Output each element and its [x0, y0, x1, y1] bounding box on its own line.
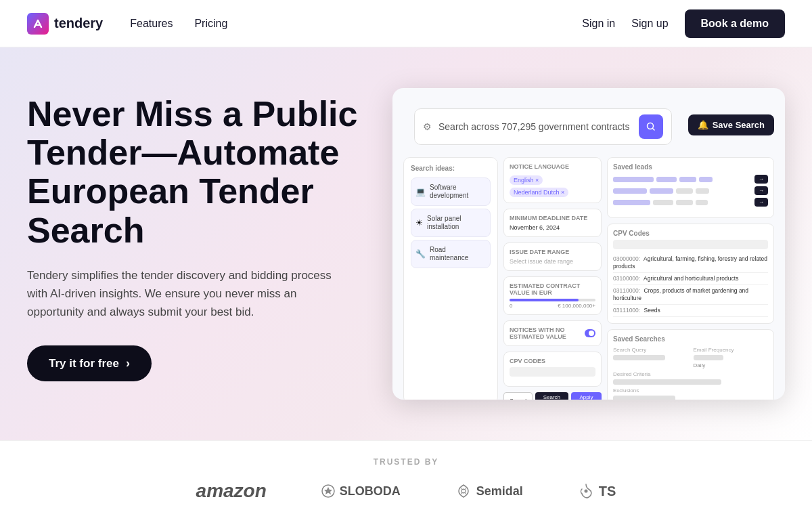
lead-bar	[696, 188, 709, 194]
hero-right: ⚙ Search across 707,295 government contr…	[392, 88, 785, 413]
cpv-search-bar[interactable]	[510, 367, 595, 377]
idea-item-2[interactable]: 🔧 Road maintenance	[411, 240, 491, 268]
cpv-item-3: 03111000: Seeds	[613, 305, 768, 317]
estimated-value-filter: Estimated contract value in EUR 0 € 100,…	[503, 276, 602, 315]
idea-item-0[interactable]: 💻 Software development	[411, 177, 491, 206]
road-icon: 🔧	[415, 249, 426, 259]
panel-saved-searches: Saved Searches Search Query Email Freque…	[607, 329, 774, 400]
logo-icon	[27, 13, 49, 35]
hero-section: Never Miss a Public Tender—Automate Euro…	[0, 47, 812, 440]
cpv-filter: CPV Codes	[503, 352, 602, 387]
navbar: tendery Features Pricing Sign in Sign up…	[0, 0, 812, 47]
sloboda-logo: SLOBODA	[321, 484, 401, 499]
range-fill	[510, 299, 579, 301]
cancel-filter-button[interactable]: Cancel	[503, 392, 533, 400]
lead-bar	[613, 188, 647, 194]
lead-row-2: →	[613, 198, 768, 207]
ss-query-col: Search Query	[613, 347, 688, 368]
bell-icon: 🔔	[698, 120, 708, 130]
search-filter-button[interactable]: Search filters	[535, 392, 568, 400]
nav-pricing[interactable]: Pricing	[194, 18, 227, 30]
lead-bar	[699, 177, 713, 182]
lead-bar	[656, 177, 677, 182]
trusted-label: TRUSTED BY	[27, 457, 785, 467]
logo-text: tendery	[54, 16, 103, 31]
ts-name: TS	[599, 484, 616, 499]
ss-fields-row: Search Query Email Frequency Daily	[613, 347, 768, 368]
sloboda-icon	[321, 484, 336, 499]
lead-action-btn-2[interactable]: →	[754, 198, 768, 207]
no-estimate-toggle[interactable]	[585, 329, 595, 337]
idea-item-1[interactable]: ☀ Solar panel installation	[411, 209, 491, 237]
search-submit-button[interactable]	[639, 114, 663, 139]
ss-freq-col: Email Frequency Daily	[694, 347, 769, 368]
lead-row-1: →	[613, 186, 768, 195]
apply-filters-button[interactable]: Apply filters	[571, 392, 602, 400]
lead-bar	[679, 177, 696, 182]
no-estimate-label: Notices with no estimated value	[510, 326, 585, 340]
cpv-item-1: 03100000: Agricultural and horticultural…	[613, 273, 768, 285]
issue-date-label: Issue Date Range	[510, 249, 595, 255]
idea-label-1: Solar panel installation	[427, 215, 486, 231]
lang-chip-en[interactable]: English ×	[510, 175, 543, 185]
search-placeholder: Search across 707,295 government contrac…	[438, 121, 632, 132]
range-min: 0	[510, 303, 512, 309]
cpv-label: CPV Codes	[510, 358, 595, 364]
issue-date-value: Select issue date range	[510, 258, 595, 265]
lead-action-btn[interactable]: →	[754, 175, 768, 184]
semidal-logo: Semidal	[455, 482, 523, 500]
ss-query-label: Search Query	[613, 347, 688, 353]
ideas-title: Search ideas:	[411, 165, 491, 172]
ss-freq-value: Daily	[694, 362, 769, 368]
panel-cpv: CPV Codes 03000000: Agricultural, farmin…	[607, 224, 774, 324]
hero-title: Never Miss a Public Tender—Automate Euro…	[27, 95, 365, 250]
cpv-panel-title: CPV Codes	[613, 230, 768, 237]
hero-description: Tendery simplifies the tender discovery …	[27, 266, 338, 322]
ss-exclusions-bar	[613, 396, 675, 400]
solar-icon: ☀	[415, 218, 423, 228]
save-search-label: Save Search	[713, 120, 765, 130]
min-deadline-label: Minimum Deadline Date	[510, 215, 595, 221]
range-bar	[510, 299, 595, 301]
nav-right: Sign in Sign up Book a demo	[582, 9, 785, 38]
arrow-icon: ›	[126, 356, 130, 371]
sign-in-link[interactable]: Sign in	[582, 18, 615, 30]
amazon-logo: amazon	[196, 480, 267, 502]
ss-freq-label: Email Frequency	[694, 347, 769, 353]
trusted-logos: amazon SLOBODA Semidal TS	[27, 480, 785, 502]
trusted-by-section: TRUSTED BY amazon SLOBODA Semidal	[0, 440, 812, 508]
cpv-item-0: 03000000: Agricultural, farming, fishing…	[613, 253, 768, 273]
nav-left: tendery Features Pricing	[27, 13, 227, 35]
try-free-button[interactable]: Try it for free ›	[27, 345, 152, 381]
ss-desired-label: Desired Criteria	[613, 371, 768, 377]
idea-label-2: Road maintenance	[430, 246, 486, 262]
nav-features[interactable]: Features	[130, 18, 173, 30]
panel-filters: Notice Language English × Nederland Dutc…	[503, 157, 602, 400]
issue-date-filter: Issue Date Range Select issue date range	[503, 242, 602, 271]
lead-action-btn-1[interactable]: →	[754, 186, 768, 195]
sign-up-link[interactable]: Sign up	[631, 18, 668, 30]
saved-searches-title: Saved Searches	[613, 335, 768, 343]
ss-desired-bar	[613, 379, 721, 385]
panel-saved-leads: Saved leads →	[607, 157, 774, 218]
search-bar[interactable]: ⚙ Search across 707,295 government contr…	[414, 108, 672, 145]
lead-bar	[613, 177, 654, 182]
cpv-panel-search[interactable]	[613, 240, 768, 249]
ui-mockup: ⚙ Search across 707,295 government contr…	[392, 88, 785, 400]
lang-chip-nl[interactable]: Nederland Dutch ×	[510, 188, 568, 197]
filter-actions: Cancel Search filters Apply filters	[503, 392, 602, 400]
notice-lang-label: Notice Language	[510, 163, 595, 170]
search-icon	[646, 122, 656, 131]
lead-bar	[676, 200, 693, 205]
save-search-button[interactable]: 🔔 Save Search	[688, 114, 774, 135]
lead-bar	[613, 200, 650, 205]
idea-label-0: Software development	[430, 184, 486, 200]
ss-exclusions-label: Exclusions	[613, 387, 768, 394]
filter-icon: ⚙	[423, 121, 432, 132]
amazon-name: amazon	[196, 480, 267, 502]
logo[interactable]: tendery	[27, 13, 103, 35]
book-demo-button[interactable]: Book a demo	[685, 9, 785, 38]
min-deadline-filter: Minimum Deadline Date November 6, 2024	[503, 209, 602, 237]
ts-logo: TS	[577, 482, 616, 500]
svg-point-3	[584, 490, 587, 493]
